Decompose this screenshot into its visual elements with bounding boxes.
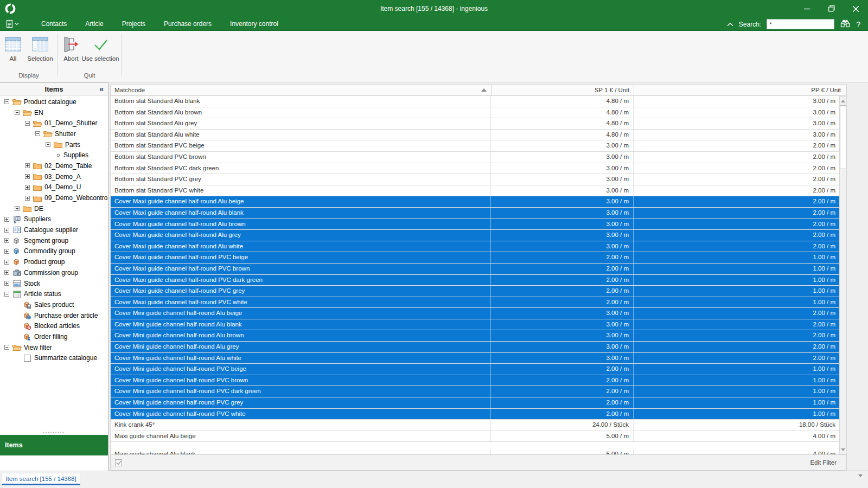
sidebar-item-parts[interactable]: Parts bbox=[0, 139, 108, 150]
expander-plus-icon[interactable] bbox=[14, 206, 21, 211]
statusbar-dropdown-icon[interactable] bbox=[858, 474, 863, 477]
expander-plus-icon[interactable] bbox=[3, 270, 10, 275]
vertical-scrollbar[interactable] bbox=[839, 96, 847, 454]
scroll-down-button[interactable] bbox=[840, 445, 846, 454]
table-row-selected[interactable]: Cover Maxi guide channel half-round PVC … bbox=[111, 275, 839, 286]
table-row[interactable]: Bottom slat Standard PVC brown3.00 / m2.… bbox=[111, 152, 839, 163]
sidebar-item-en[interactable]: EN bbox=[0, 107, 108, 118]
column-header-matchcode[interactable]: Matchcode bbox=[111, 85, 492, 95]
table-row-selected[interactable]: Cover Mini guide channel half-round Alu … bbox=[111, 342, 839, 353]
sidebar-item-article-status[interactable]: Article status bbox=[0, 288, 108, 299]
expander-minus-icon[interactable] bbox=[3, 99, 10, 104]
sidebar-item-view-filter[interactable]: View filter bbox=[0, 342, 108, 353]
scroll-up-button[interactable] bbox=[840, 97, 846, 105]
splitter-handle[interactable]: ......... bbox=[0, 428, 108, 434]
sidebar-item-catalogue-supplier[interactable]: Catalogue supplier bbox=[0, 224, 108, 235]
sidebar-item-02-demo-table[interactable]: 02_Demo_Table bbox=[0, 160, 108, 171]
binoculars-icon[interactable] bbox=[840, 19, 851, 30]
items-caption-bar[interactable]: Items bbox=[0, 435, 108, 455]
help-icon[interactable]: ? bbox=[856, 20, 860, 29]
menu-item-purchase-orders[interactable]: Purchase orders bbox=[155, 18, 221, 30]
table-row[interactable]: Bottom slat Standard PVC beige3.00 / m2.… bbox=[111, 140, 839, 152]
selection-button[interactable]: Selection bbox=[25, 34, 55, 67]
sidebar-item-supplies[interactable]: Supplies bbox=[0, 150, 108, 160]
sidebar-item-suppliers[interactable]: Suppliers bbox=[0, 214, 108, 225]
menu-item-article[interactable]: Article bbox=[76, 18, 112, 30]
column-header-sp1[interactable]: SP 1 € / Unit bbox=[492, 85, 634, 95]
table-row[interactable]: Bottom slat Standard Alu grey4.80 / m3.0… bbox=[111, 118, 839, 130]
table-row-selected[interactable]: Cover Mini guide channel half-round Alu … bbox=[111, 330, 839, 342]
table-row-selected[interactable]: Cover Maxi guide channel half-round PVC … bbox=[111, 286, 839, 297]
table-row-selected[interactable]: Cover Maxi guide channel half-round Alu … bbox=[111, 230, 839, 241]
expander-minus-icon[interactable] bbox=[3, 292, 10, 297]
table-row[interactable]: Maxi guide channel Alu blank5.00 / m4.00… bbox=[111, 449, 839, 454]
sidebar-item-purchase-order-article[interactable]: Purchase order article bbox=[0, 310, 108, 321]
table-row-selected[interactable]: Cover Mini guide channel half-round PVC … bbox=[111, 409, 839, 420]
table-row-selected[interactable]: Cover Mini guide channel half-round PVC … bbox=[111, 375, 839, 387]
expander-minus-icon[interactable] bbox=[34, 131, 41, 136]
menu-item-contacts[interactable]: Contacts bbox=[32, 18, 76, 30]
expander-plus-icon[interactable] bbox=[3, 238, 10, 243]
sidebar-item-shutter[interactable]: Shutter bbox=[0, 129, 108, 139]
sidebar-item-09-demo-webcontrols[interactable]: 09_Demo_Webcontrols bbox=[0, 192, 108, 203]
table-row[interactable]: Maxi guide channel Alu beige5.00 / m4.00… bbox=[111, 431, 839, 442]
column-header-pp[interactable]: PP € / Unit bbox=[634, 85, 846, 95]
expander-minus-icon[interactable] bbox=[24, 121, 31, 126]
table-row-selected[interactable]: Cover Mini guide channel half-round PVC … bbox=[111, 397, 839, 409]
table-row[interactable]: Bottom slat Standard Alu brown4.80 / m3.… bbox=[111, 107, 839, 119]
all-button[interactable]: All bbox=[3, 34, 23, 67]
search-input[interactable] bbox=[767, 19, 834, 29]
sidebar-item-03-demo-a[interactable]: 03_Demo_A bbox=[0, 171, 108, 182]
sidebar-item-product-group[interactable]: Product group bbox=[0, 256, 108, 267]
expander-minus-icon[interactable] bbox=[3, 345, 10, 350]
sidebar-item-commodity-group[interactable]: Commodity group bbox=[0, 246, 108, 257]
table-row-selected[interactable]: Cover Mini guide channel half-round PVC … bbox=[111, 386, 839, 397]
table-row[interactable]: Bottom slat Standard PVC grey3.00 / m2.0… bbox=[111, 174, 839, 185]
table-row[interactable]: Bottom slat Standard PVC white3.00 / m2.… bbox=[111, 185, 839, 197]
menu-item-projects[interactable]: Projects bbox=[113, 18, 155, 30]
sidebar-item-segment-group[interactable]: Segment group bbox=[0, 235, 108, 246]
table-row-selected[interactable]: Cover Mini guide channel half-round Alu … bbox=[111, 308, 839, 319]
minimize-button[interactable] bbox=[795, 0, 819, 17]
table-row-selected[interactable]: Cover Mini guide channel half-round Alu … bbox=[111, 353, 839, 364]
expander-minus-icon[interactable] bbox=[14, 110, 21, 115]
sidebar-item-summarize-catalogue[interactable]: Summarize catalogue bbox=[0, 353, 108, 364]
statusbar-tab-item-search[interactable]: Item search [155 / 14368] bbox=[2, 473, 80, 485]
table-row-selected[interactable]: Cover Maxi guide channel half-round PVC … bbox=[111, 297, 839, 309]
table-row-selected[interactable]: Cover Maxi guide channel half-round Alu … bbox=[111, 219, 839, 230]
expander-plus-icon[interactable] bbox=[24, 196, 31, 201]
table-row-selected[interactable]: Cover Maxi guide channel half-round Alu … bbox=[111, 241, 839, 253]
expander-plus-icon[interactable] bbox=[3, 217, 10, 222]
sidebar-item-04-demo-u[interactable]: 04_Demo_U bbox=[0, 182, 108, 193]
sidebar-item-stock[interactable]: Stock bbox=[0, 278, 108, 289]
expander-plus-icon[interactable] bbox=[3, 249, 10, 254]
collapse-ribbon-icon[interactable] bbox=[727, 21, 733, 28]
table-row-selected[interactable]: Cover Mini guide channel half-round PVC … bbox=[111, 364, 839, 375]
table-row-selected[interactable]: Cover Mini guide channel half-round Alu … bbox=[111, 319, 839, 331]
expander-plus-icon[interactable] bbox=[3, 260, 10, 265]
edit-filter-button[interactable]: Edit Filter bbox=[810, 459, 837, 466]
restore-button[interactable] bbox=[819, 0, 844, 17]
table-row-selected[interactable]: Cover Maxi guide channel half-round PVC … bbox=[111, 252, 839, 264]
expander-plus-icon[interactable] bbox=[3, 281, 10, 286]
expander-plus-icon[interactable] bbox=[24, 163, 31, 168]
table-row-selected[interactable]: Cover Maxi guide channel half-round Alu … bbox=[111, 208, 839, 219]
filter-checkbox[interactable] bbox=[115, 459, 122, 466]
table-row[interactable]: Kink crank 45°24.00 / Stück18.00 / Stück bbox=[111, 420, 839, 431]
table-row-selected[interactable]: Cover Maxi guide channel half-round PVC … bbox=[111, 264, 839, 275]
sidebar-item-commission-group[interactable]: Commission group bbox=[0, 267, 108, 278]
sidebar-item-product-catalogue[interactable]: Product catalogue bbox=[0, 97, 108, 107]
table-row[interactable]: Bottom slat Standard Alu blank4.80 / m3.… bbox=[111, 96, 839, 107]
table-row[interactable]: Bottom slat Standard Alu white4.80 / m3.… bbox=[111, 130, 839, 141]
expander-plus-icon[interactable] bbox=[44, 142, 52, 147]
close-button[interactable] bbox=[844, 0, 868, 17]
sidebar-item-01-demo-shutter[interactable]: 01_Demo_Shutter bbox=[0, 118, 108, 129]
sidebar-item-order-filling[interactable]: Order filling bbox=[0, 331, 108, 342]
table-row[interactable]: Bottom slat Standard PVC dark green3.00 … bbox=[111, 163, 839, 175]
expander-plus-icon[interactable] bbox=[24, 185, 31, 190]
expander-plus-icon[interactable] bbox=[3, 228, 10, 233]
expander-plus-icon[interactable] bbox=[24, 174, 31, 179]
sidebar-item-blocked-articles[interactable]: Blocked articles bbox=[0, 320, 108, 331]
abort-button[interactable]: Abort bbox=[61, 34, 81, 67]
report-menu-icon[interactable] bbox=[5, 20, 19, 28]
